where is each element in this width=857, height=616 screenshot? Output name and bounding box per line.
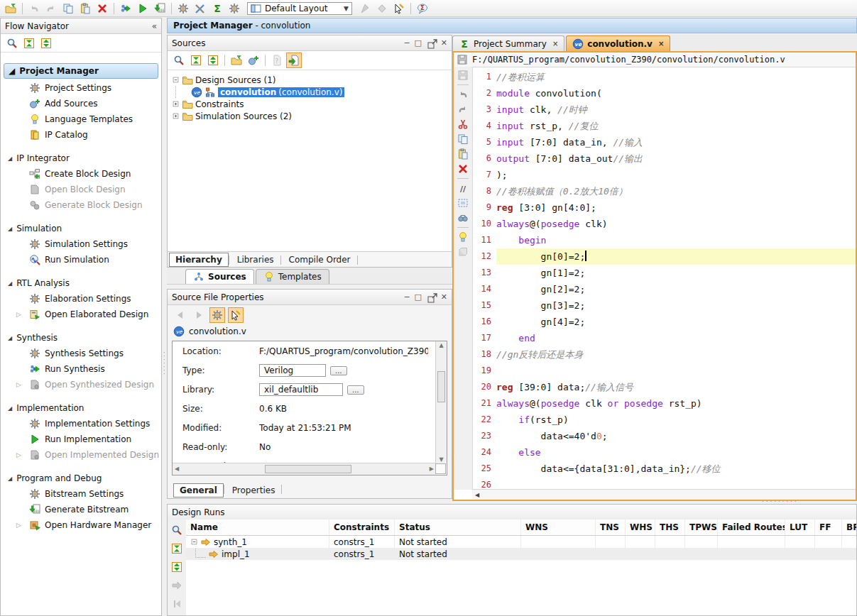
tab-libraries[interactable]: Libraries (231, 253, 280, 267)
code-line-23[interactable]: 23 data<=40'd0; (473, 428, 856, 444)
code-line-14[interactable]: 14 gn[2]=2; (473, 281, 856, 297)
redo-button[interactable] (456, 102, 470, 116)
tree-item-convolution[interactable]: veconvolution (convolution.v) (168, 86, 452, 98)
back-button[interactable] (173, 307, 188, 323)
code-line-7[interactable]: 7); (473, 167, 856, 183)
undo-button[interactable] (26, 1, 42, 16)
layout-select[interactable]: Default Layout ▼ (247, 2, 352, 15)
scrollto-button[interactable] (286, 53, 302, 68)
folder-open-button[interactable] (3, 1, 18, 16)
dock-tab-sources[interactable]: Sources (185, 269, 254, 284)
run-synthesis-button[interactable] (118, 1, 133, 16)
code-line-11[interactable]: 11 begin (473, 232, 856, 248)
column-header-tns[interactable]: TNS (596, 519, 626, 535)
expander-icon[interactable]: ▷ (16, 451, 25, 458)
flow-section-simulation[interactable]: ◢Simulation (8, 222, 161, 235)
search-button[interactable] (4, 35, 20, 51)
scroll-down-icon[interactable]: ▼ (436, 456, 447, 463)
expander-icon[interactable]: ▷ (16, 311, 25, 318)
flow-item-add-sources[interactable]: Add Sources (1, 96, 161, 111)
column-header-tpws[interactable]: TPWS (685, 519, 718, 535)
code-line-20[interactable]: 20reg [39:0] data;//输入信号 (473, 379, 856, 395)
search-button[interactable] (171, 53, 187, 68)
property-input[interactable]: Verilog (259, 364, 326, 377)
code-line-8[interactable]: 8//卷积核赋值（0.2放大10倍） (473, 183, 856, 199)
code-line-26[interactable]: 26 (473, 477, 856, 490)
flow-section-rtl-analysis[interactable]: ◢RTL Analysis (8, 277, 161, 290)
column-header-name[interactable]: Name (186, 519, 329, 535)
code-line-1[interactable]: 1//卷积运算 (473, 69, 856, 85)
gray-cube-button[interactable] (456, 245, 470, 259)
flow-item-create-block-design[interactable]: Create Block Design (1, 166, 161, 182)
column-header-wns[interactable]: WNS (521, 519, 596, 535)
tab-hierarchy[interactable]: Hierarchy (169, 253, 229, 267)
flow-item-simulation-settings[interactable]: Simulation Settings (1, 236, 161, 252)
forward-button[interactable] (191, 307, 207, 323)
code-line-2[interactable]: 2module convolution( (473, 85, 856, 101)
selected-tree-item[interactable]: convolution (convolution.v) (218, 87, 344, 97)
floppy-button[interactable] (456, 68, 470, 82)
flow-item-open-block-design[interactable]: Open Block Design (1, 182, 161, 197)
flow-item-open-elaborated-design[interactable]: ▷Open Elaborated Design (1, 307, 161, 322)
scroll-right-icon[interactable]: ▶ (430, 466, 434, 472)
scrollbar-thumb[interactable] (265, 465, 351, 473)
search-button[interactable] (169, 522, 185, 538)
tab-properties[interactable]: Properties (226, 483, 282, 497)
scroll-up-icon[interactable]: ▲ (436, 342, 447, 348)
editor-tab-convolution.v[interactable]: veconvolution.v× (566, 35, 670, 51)
step-back-button[interactable] (169, 596, 185, 612)
cut-button[interactable] (456, 117, 470, 131)
paste-button[interactable] (456, 147, 470, 161)
close-tab-icon[interactable]: × (658, 40, 664, 48)
gear-button[interactable] (175, 1, 191, 16)
gear-button[interactable] (226, 1, 242, 16)
gear-button[interactable] (209, 307, 225, 323)
column-header-constraints[interactable]: Constraints (329, 519, 395, 535)
delete-x-button[interactable] (94, 1, 110, 16)
cursor-button[interactable] (228, 307, 244, 323)
redo-button[interactable] (43, 1, 59, 16)
binoculars-button[interactable] (456, 211, 470, 225)
code-line-19[interactable]: 19 (473, 363, 856, 379)
browse-button[interactable]: ... (330, 366, 347, 375)
code-line-9[interactable]: 9reg [3:0] gn[4:0]; (473, 199, 856, 216)
flow-section-synthesis[interactable]: ◢Synthesis (8, 331, 161, 344)
maximize-button[interactable]: □ (414, 292, 421, 302)
expand-all-button[interactable] (169, 559, 185, 575)
arrow-right-gray-button[interactable] (169, 578, 185, 593)
expand-all-button[interactable] (205, 53, 221, 68)
close-button[interactable]: ✕ (441, 292, 447, 302)
expander-icon[interactable]: ▷ (16, 522, 25, 529)
folder-open-button[interactable] (229, 53, 244, 68)
slashes-button[interactable]: // (456, 181, 470, 195)
tree-item-constraints[interactable]: Constraints (168, 98, 452, 110)
code-line-18[interactable]: 18//gn反转后还是本身 (473, 346, 856, 363)
add-source-button[interactable] (246, 53, 261, 68)
float-button[interactable] (427, 292, 436, 302)
code-line-13[interactable]: 13 gn[1]=2; (473, 265, 856, 281)
code-line-10[interactable]: 10always@(posedge clk) (473, 216, 856, 232)
column-header-failed-routes[interactable]: Failed Routes (718, 519, 785, 535)
code-line-5[interactable]: 5input [7:0] data_in, //输入 (473, 134, 856, 150)
collapse-all-button[interactable] (169, 541, 185, 556)
column-header-bram[interactable]: BRAM (842, 519, 856, 535)
help-doc-button[interactable]: ? (269, 53, 285, 68)
tab-compile-order[interactable]: Compile Order (283, 253, 357, 267)
flow-item-run-implementation[interactable]: Run Implementation (1, 431, 161, 447)
flow-section-implementation[interactable]: ◢Implementation (8, 402, 161, 414)
column-header-status[interactable]: Status (395, 519, 521, 535)
play-button[interactable] (135, 1, 151, 16)
horizontal-scrollbar[interactable]: ◀ ▶ (173, 463, 436, 475)
flow-section-project-manager[interactable]: ◢Project Manager (4, 63, 158, 79)
collapse-all-button[interactable] (21, 35, 37, 51)
flow-item-project-settings[interactable]: Project Settings (1, 80, 161, 96)
code-line-17[interactable]: 17 end (473, 330, 856, 346)
code-line-3[interactable]: 3input clk, //时钟 (473, 101, 856, 118)
code-line-6[interactable]: 6output [7:0] data_out//输出 (473, 150, 856, 167)
scrollbar-thumb[interactable] (437, 371, 445, 402)
vertical-splitter[interactable] (162, 18, 167, 616)
code-line-12[interactable]: 12 gn[0]=2; (473, 248, 856, 265)
editor-horizontal-scrollbar[interactable]: ◀ (472, 489, 856, 500)
flow-item-bitstream-settings[interactable]: Bitstream Settings (1, 486, 161, 502)
flow-item-run-simulation[interactable]: Run Simulation (1, 252, 161, 268)
